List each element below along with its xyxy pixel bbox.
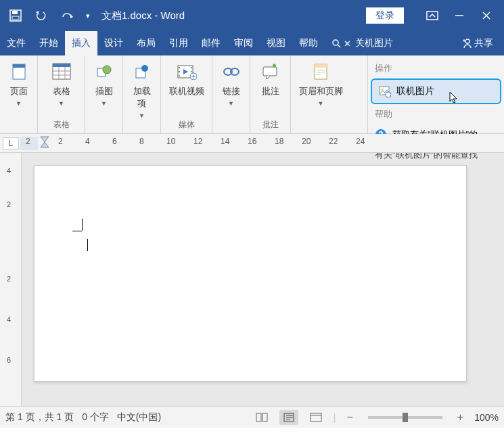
tab-review[interactable]: 审阅 (227, 31, 260, 55)
ruler-tick: 4 (85, 137, 90, 146)
comment-button[interactable]: 批注 (256, 60, 285, 99)
group-pages: 页面▼ (0, 55, 38, 133)
vruler-tick: 6 (7, 356, 11, 364)
view-print-button[interactable] (279, 410, 298, 425)
share-button[interactable]: 共享 (455, 31, 504, 55)
zoom-slider[interactable] (368, 416, 442, 419)
ribbon-tabs: 文件 开始 插入 设计 布局 引用 邮件 审阅 视图 帮助 ✕ 关机图片 共享 (0, 31, 504, 55)
svg-point-9 (465, 39, 469, 43)
zoom-thumb[interactable] (403, 413, 408, 422)
horizontal-ruler[interactable]: L 2 24681012141618202224 (0, 134, 504, 153)
header-footer-button[interactable]: 页眉和页脚▼ (296, 60, 346, 108)
close-button[interactable] (473, 3, 500, 28)
tell-me-results-panel: 操作 联机图片 帮助 ? 获取有关"联机图片"的 有关"联机图片"的智能查找 (367, 55, 504, 133)
pages-button[interactable]: 页面▼ (4, 60, 34, 108)
shapes-icon (93, 61, 115, 83)
svg-point-42 (386, 92, 391, 97)
view-read-button[interactable] (252, 410, 271, 425)
svg-point-41 (382, 89, 384, 91)
svg-point-28 (191, 67, 192, 68)
undo-button[interactable] (30, 4, 53, 27)
addins-button[interactable]: 加载 项▼ (127, 60, 157, 120)
status-page[interactable]: 第 1 页，共 1 页 (5, 411, 74, 424)
ruler-tick: 24 (356, 137, 365, 146)
online-video-button[interactable]: 联机视频 (166, 60, 207, 99)
ruler-tick: 8 (139, 137, 144, 146)
ruler-tick: 22 (329, 137, 338, 146)
svg-point-26 (179, 71, 180, 72)
group-comments: 批注 批注 (250, 55, 291, 133)
svg-rect-15 (53, 64, 70, 67)
tab-references[interactable]: 引用 (162, 31, 195, 55)
group-label-media: 媒体 (179, 118, 195, 132)
document-area: 42246 (0, 153, 504, 406)
vruler-tick: 4 (7, 166, 11, 175)
vruler-tick: 2 (7, 200, 11, 208)
login-button[interactable]: 登录 (366, 7, 404, 24)
ribbon-display-button[interactable] (419, 3, 446, 28)
page-container[interactable] (22, 153, 504, 406)
online-picture-icon (379, 85, 391, 97)
tab-insert[interactable]: 插入 (65, 31, 97, 55)
ruler-tick: 20 (302, 137, 311, 146)
zoom-in-button[interactable]: + (455, 411, 466, 424)
group-label-comments: 批注 (262, 118, 279, 132)
ruler-tick: 12 (193, 137, 202, 146)
zoom-level[interactable]: 100% (474, 412, 499, 423)
ruler-ticks: 24681012141618202224 (38, 134, 504, 152)
table-button[interactable]: 表格▼ (47, 60, 76, 108)
svg-point-7 (333, 40, 338, 45)
tab-design[interactable]: 设计 (97, 31, 130, 55)
svg-rect-46 (262, 413, 267, 421)
svg-rect-36 (315, 64, 327, 68)
search-text: 关机图片 (355, 37, 393, 49)
tab-layout[interactable]: 布局 (130, 31, 162, 55)
group-links: 链接▼ (212, 55, 250, 133)
tab-file[interactable]: 文件 (0, 31, 32, 55)
redo-button[interactable] (55, 4, 78, 27)
person-plus-icon (461, 38, 472, 49)
save-button[interactable] (4, 4, 27, 27)
tab-mail[interactable]: 邮件 (195, 31, 227, 55)
search-icon (331, 39, 341, 48)
tab-view[interactable]: 视图 (260, 31, 292, 55)
svg-rect-45 (256, 413, 261, 421)
svg-point-29 (191, 71, 192, 72)
ruler-tick: 14 (221, 137, 229, 146)
tell-me-search[interactable]: ✕ 关机图片 (325, 31, 400, 55)
minimize-button[interactable] (446, 3, 473, 28)
vertical-ruler[interactable]: 42246 (0, 153, 22, 406)
addins-icon (131, 61, 153, 83)
svg-rect-13 (13, 64, 25, 68)
link-icon (221, 61, 242, 83)
svg-rect-2 (12, 16, 19, 20)
zoom-out-button[interactable]: − (344, 411, 356, 424)
comment-icon (260, 61, 281, 83)
document-page[interactable] (34, 165, 467, 382)
result-online-pictures[interactable]: 联机图片 (371, 78, 501, 104)
view-web-button[interactable] (306, 410, 325, 425)
status-words[interactable]: 0 个字 (82, 411, 109, 424)
svg-rect-34 (263, 67, 277, 76)
header-footer-icon (310, 61, 331, 83)
svg-point-23 (141, 65, 148, 72)
ruler-tick: 2 (58, 137, 63, 146)
group-addins: 加载 项▼ (123, 55, 161, 133)
tab-help[interactable]: 帮助 (292, 31, 325, 55)
tab-home[interactable]: 开始 (32, 31, 65, 55)
group-media: 联机视频 媒体 (161, 55, 212, 133)
qat-customize-button[interactable]: ▾ (81, 4, 95, 27)
links-button[interactable]: 链接▼ (216, 60, 246, 108)
panel-header-help: 帮助 (368, 106, 504, 123)
svg-point-27 (179, 75, 180, 76)
vruler-tick: 2 (7, 275, 11, 283)
group-tables: 表格▼ 表格 (38, 55, 85, 133)
svg-rect-3 (427, 12, 438, 20)
status-language[interactable]: 中文(中国) (117, 411, 161, 424)
cursor-icon (449, 91, 459, 104)
tab-selector[interactable]: L (3, 137, 19, 150)
group-illustrations: 插图▼ (85, 55, 123, 133)
title-bar: ▾ 文档1.docx - Word 登录 (0, 0, 504, 31)
illustrations-button[interactable]: 插图▼ (89, 60, 119, 108)
clear-search-icon[interactable]: ✕ (344, 39, 351, 49)
